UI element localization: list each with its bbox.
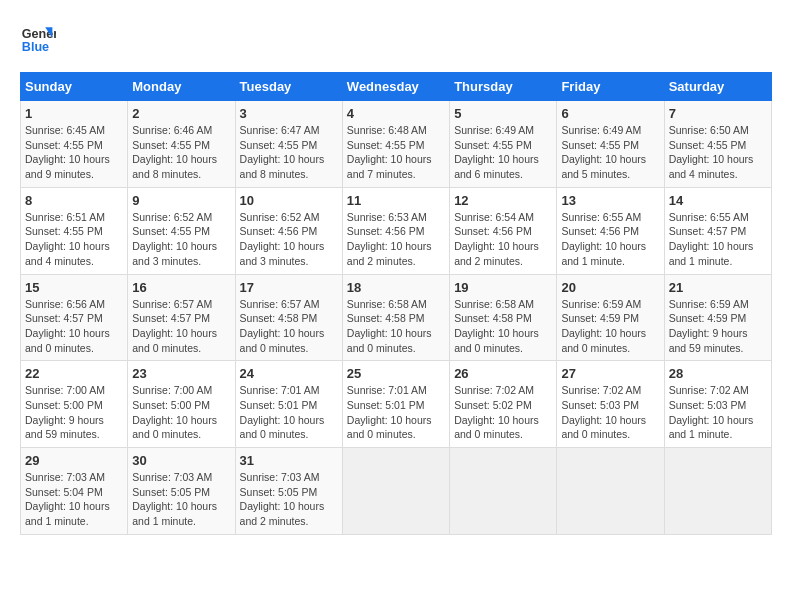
calendar-cell: 28Sunrise: 7:02 AMSunset: 5:03 PMDayligh… xyxy=(664,361,771,448)
day-detail: Sunrise: 7:03 AMSunset: 5:05 PMDaylight:… xyxy=(240,470,338,529)
calendar-cell: 29Sunrise: 7:03 AMSunset: 5:04 PMDayligh… xyxy=(21,448,128,535)
day-number: 17 xyxy=(240,280,338,295)
calendar-cell: 18Sunrise: 6:58 AMSunset: 4:58 PMDayligh… xyxy=(342,274,449,361)
day-number: 10 xyxy=(240,193,338,208)
day-detail: Sunrise: 6:55 AMSunset: 4:57 PMDaylight:… xyxy=(669,210,767,269)
day-detail: Sunrise: 6:57 AMSunset: 4:58 PMDaylight:… xyxy=(240,297,338,356)
calendar-week-3: 22Sunrise: 7:00 AMSunset: 5:00 PMDayligh… xyxy=(21,361,772,448)
calendar-header-row: SundayMondayTuesdayWednesdayThursdayFrid… xyxy=(21,73,772,101)
weekday-header-wednesday: Wednesday xyxy=(342,73,449,101)
day-detail: Sunrise: 6:57 AMSunset: 4:57 PMDaylight:… xyxy=(132,297,230,356)
calendar-cell: 12Sunrise: 6:54 AMSunset: 4:56 PMDayligh… xyxy=(450,187,557,274)
calendar-cell: 21Sunrise: 6:59 AMSunset: 4:59 PMDayligh… xyxy=(664,274,771,361)
day-number: 4 xyxy=(347,106,445,121)
day-number: 6 xyxy=(561,106,659,121)
day-number: 31 xyxy=(240,453,338,468)
day-detail: Sunrise: 6:59 AMSunset: 4:59 PMDaylight:… xyxy=(561,297,659,356)
day-detail: Sunrise: 6:52 AMSunset: 4:55 PMDaylight:… xyxy=(132,210,230,269)
calendar-cell xyxy=(557,448,664,535)
day-number: 11 xyxy=(347,193,445,208)
calendar-cell: 11Sunrise: 6:53 AMSunset: 4:56 PMDayligh… xyxy=(342,187,449,274)
calendar-cell: 13Sunrise: 6:55 AMSunset: 4:56 PMDayligh… xyxy=(557,187,664,274)
day-number: 2 xyxy=(132,106,230,121)
day-number: 18 xyxy=(347,280,445,295)
day-number: 29 xyxy=(25,453,123,468)
day-detail: Sunrise: 7:02 AMSunset: 5:03 PMDaylight:… xyxy=(669,383,767,442)
calendar-cell: 14Sunrise: 6:55 AMSunset: 4:57 PMDayligh… xyxy=(664,187,771,274)
day-number: 8 xyxy=(25,193,123,208)
calendar-cell: 23Sunrise: 7:00 AMSunset: 5:00 PMDayligh… xyxy=(128,361,235,448)
day-number: 7 xyxy=(669,106,767,121)
calendar-cell: 2Sunrise: 6:46 AMSunset: 4:55 PMDaylight… xyxy=(128,101,235,188)
calendar-cell: 10Sunrise: 6:52 AMSunset: 4:56 PMDayligh… xyxy=(235,187,342,274)
day-detail: Sunrise: 6:47 AMSunset: 4:55 PMDaylight:… xyxy=(240,123,338,182)
calendar-cell: 20Sunrise: 6:59 AMSunset: 4:59 PMDayligh… xyxy=(557,274,664,361)
page-header: General Blue xyxy=(20,20,772,56)
calendar-cell: 3Sunrise: 6:47 AMSunset: 4:55 PMDaylight… xyxy=(235,101,342,188)
logo: General Blue xyxy=(20,20,56,56)
calendar-cell: 16Sunrise: 6:57 AMSunset: 4:57 PMDayligh… xyxy=(128,274,235,361)
calendar-week-4: 29Sunrise: 7:03 AMSunset: 5:04 PMDayligh… xyxy=(21,448,772,535)
day-detail: Sunrise: 7:03 AMSunset: 5:04 PMDaylight:… xyxy=(25,470,123,529)
day-detail: Sunrise: 6:51 AMSunset: 4:55 PMDaylight:… xyxy=(25,210,123,269)
day-detail: Sunrise: 6:45 AMSunset: 4:55 PMDaylight:… xyxy=(25,123,123,182)
day-number: 30 xyxy=(132,453,230,468)
calendar-cell: 24Sunrise: 7:01 AMSunset: 5:01 PMDayligh… xyxy=(235,361,342,448)
weekday-header-friday: Friday xyxy=(557,73,664,101)
calendar-cell: 22Sunrise: 7:00 AMSunset: 5:00 PMDayligh… xyxy=(21,361,128,448)
calendar-cell: 7Sunrise: 6:50 AMSunset: 4:55 PMDaylight… xyxy=(664,101,771,188)
day-detail: Sunrise: 6:54 AMSunset: 4:56 PMDaylight:… xyxy=(454,210,552,269)
calendar-cell: 5Sunrise: 6:49 AMSunset: 4:55 PMDaylight… xyxy=(450,101,557,188)
day-detail: Sunrise: 6:55 AMSunset: 4:56 PMDaylight:… xyxy=(561,210,659,269)
day-detail: Sunrise: 6:48 AMSunset: 4:55 PMDaylight:… xyxy=(347,123,445,182)
day-number: 24 xyxy=(240,366,338,381)
logo-icon: General Blue xyxy=(20,20,56,56)
calendar-cell xyxy=(342,448,449,535)
weekday-header-monday: Monday xyxy=(128,73,235,101)
day-number: 27 xyxy=(561,366,659,381)
day-detail: Sunrise: 7:01 AMSunset: 5:01 PMDaylight:… xyxy=(347,383,445,442)
day-detail: Sunrise: 6:58 AMSunset: 4:58 PMDaylight:… xyxy=(347,297,445,356)
day-number: 19 xyxy=(454,280,552,295)
weekday-header-thursday: Thursday xyxy=(450,73,557,101)
day-detail: Sunrise: 7:00 AMSunset: 5:00 PMDaylight:… xyxy=(132,383,230,442)
day-number: 13 xyxy=(561,193,659,208)
day-number: 23 xyxy=(132,366,230,381)
calendar-week-1: 8Sunrise: 6:51 AMSunset: 4:55 PMDaylight… xyxy=(21,187,772,274)
day-number: 22 xyxy=(25,366,123,381)
day-detail: Sunrise: 6:50 AMSunset: 4:55 PMDaylight:… xyxy=(669,123,767,182)
day-number: 3 xyxy=(240,106,338,121)
calendar-cell: 25Sunrise: 7:01 AMSunset: 5:01 PMDayligh… xyxy=(342,361,449,448)
calendar-cell: 31Sunrise: 7:03 AMSunset: 5:05 PMDayligh… xyxy=(235,448,342,535)
calendar-week-0: 1Sunrise: 6:45 AMSunset: 4:55 PMDaylight… xyxy=(21,101,772,188)
calendar-cell: 1Sunrise: 6:45 AMSunset: 4:55 PMDaylight… xyxy=(21,101,128,188)
calendar-cell: 30Sunrise: 7:03 AMSunset: 5:05 PMDayligh… xyxy=(128,448,235,535)
calendar-week-2: 15Sunrise: 6:56 AMSunset: 4:57 PMDayligh… xyxy=(21,274,772,361)
day-number: 20 xyxy=(561,280,659,295)
weekday-header-sunday: Sunday xyxy=(21,73,128,101)
day-number: 26 xyxy=(454,366,552,381)
day-number: 9 xyxy=(132,193,230,208)
calendar-cell: 4Sunrise: 6:48 AMSunset: 4:55 PMDaylight… xyxy=(342,101,449,188)
calendar-table: SundayMondayTuesdayWednesdayThursdayFrid… xyxy=(20,72,772,535)
weekday-header-saturday: Saturday xyxy=(664,73,771,101)
svg-text:Blue: Blue xyxy=(22,40,49,54)
day-detail: Sunrise: 6:49 AMSunset: 4:55 PMDaylight:… xyxy=(454,123,552,182)
calendar-cell xyxy=(450,448,557,535)
day-detail: Sunrise: 6:53 AMSunset: 4:56 PMDaylight:… xyxy=(347,210,445,269)
calendar-cell: 17Sunrise: 6:57 AMSunset: 4:58 PMDayligh… xyxy=(235,274,342,361)
calendar-cell: 6Sunrise: 6:49 AMSunset: 4:55 PMDaylight… xyxy=(557,101,664,188)
day-number: 5 xyxy=(454,106,552,121)
calendar-cell: 27Sunrise: 7:02 AMSunset: 5:03 PMDayligh… xyxy=(557,361,664,448)
day-detail: Sunrise: 7:03 AMSunset: 5:05 PMDaylight:… xyxy=(132,470,230,529)
day-number: 1 xyxy=(25,106,123,121)
weekday-header-tuesday: Tuesday xyxy=(235,73,342,101)
day-detail: Sunrise: 7:02 AMSunset: 5:03 PMDaylight:… xyxy=(561,383,659,442)
day-detail: Sunrise: 6:49 AMSunset: 4:55 PMDaylight:… xyxy=(561,123,659,182)
day-number: 21 xyxy=(669,280,767,295)
calendar-cell: 26Sunrise: 7:02 AMSunset: 5:02 PMDayligh… xyxy=(450,361,557,448)
calendar-cell: 15Sunrise: 6:56 AMSunset: 4:57 PMDayligh… xyxy=(21,274,128,361)
day-detail: Sunrise: 6:46 AMSunset: 4:55 PMDaylight:… xyxy=(132,123,230,182)
day-detail: Sunrise: 7:02 AMSunset: 5:02 PMDaylight:… xyxy=(454,383,552,442)
day-detail: Sunrise: 6:59 AMSunset: 4:59 PMDaylight:… xyxy=(669,297,767,356)
